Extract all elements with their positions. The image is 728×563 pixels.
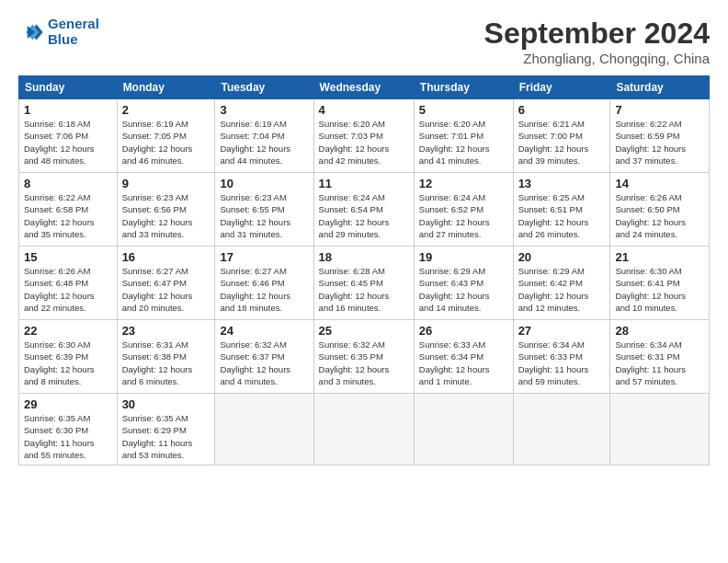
header-saturday: Saturday <box>610 76 710 99</box>
calendar-week-5: 29Sunrise: 6:35 AM Sunset: 6:30 PM Dayli… <box>19 394 710 465</box>
logo-line1: General <box>48 16 99 31</box>
calendar-cell: 6Sunrise: 6:21 AM Sunset: 7:00 PM Daylig… <box>513 99 610 173</box>
day-number: 25 <box>319 324 409 338</box>
calendar-cell: 1Sunrise: 6:18 AM Sunset: 7:06 PM Daylig… <box>19 99 118 173</box>
day-number: 29 <box>24 397 112 411</box>
header-wednesday: Wednesday <box>313 76 414 99</box>
calendar-cell <box>215 394 313 465</box>
day-number: 8 <box>24 177 112 190</box>
day-info: Sunrise: 6:23 AM Sunset: 6:55 PM Dayligh… <box>220 191 308 240</box>
day-info: Sunrise: 6:32 AM Sunset: 6:37 PM Dayligh… <box>220 339 308 387</box>
day-number: 1 <box>24 103 112 117</box>
day-number: 12 <box>419 177 508 190</box>
day-number: 2 <box>122 103 210 117</box>
day-info: Sunrise: 6:35 AM Sunset: 6:30 PM Dayligh… <box>24 412 112 461</box>
calendar-cell: 7Sunrise: 6:22 AM Sunset: 6:59 PM Daylig… <box>610 99 710 173</box>
calendar-cell: 27Sunrise: 6:34 AM Sunset: 6:33 PM Dayli… <box>513 320 610 394</box>
calendar-cell <box>610 394 710 465</box>
calendar-cell: 16Sunrise: 6:27 AM Sunset: 6:47 PM Dayli… <box>117 247 215 320</box>
calendar: Sunday Monday Tuesday Wednesday Thursday… <box>18 75 710 465</box>
day-info: Sunrise: 6:24 AM Sunset: 6:52 PM Dayligh… <box>419 191 508 240</box>
calendar-header-row: Sunday Monday Tuesday Wednesday Thursday… <box>19 76 710 99</box>
calendar-cell: 28Sunrise: 6:34 AM Sunset: 6:31 PM Dayli… <box>610 320 710 394</box>
header-thursday: Thursday <box>414 76 513 99</box>
day-info: Sunrise: 6:29 AM Sunset: 6:43 PM Dayligh… <box>419 265 508 314</box>
header-friday: Friday <box>513 76 610 99</box>
day-info: Sunrise: 6:27 AM Sunset: 6:46 PM Dayligh… <box>220 265 308 314</box>
day-info: Sunrise: 6:26 AM Sunset: 6:48 PM Dayligh… <box>24 265 112 314</box>
calendar-cell: 5Sunrise: 6:20 AM Sunset: 7:01 PM Daylig… <box>414 99 513 173</box>
day-info: Sunrise: 6:30 AM Sunset: 6:39 PM Dayligh… <box>24 339 112 387</box>
calendar-cell: 30Sunrise: 6:35 AM Sunset: 6:29 PM Dayli… <box>117 394 215 465</box>
day-number: 15 <box>24 250 112 264</box>
day-info: Sunrise: 6:31 AM Sunset: 6:38 PM Dayligh… <box>122 339 210 387</box>
day-number: 19 <box>419 250 508 264</box>
calendar-cell: 20Sunrise: 6:29 AM Sunset: 6:42 PM Dayli… <box>513 247 610 320</box>
calendar-cell <box>414 394 513 465</box>
day-number: 17 <box>220 250 308 264</box>
day-info: Sunrise: 6:33 AM Sunset: 6:34 PM Dayligh… <box>419 339 508 387</box>
calendar-cell: 24Sunrise: 6:32 AM Sunset: 6:37 PM Dayli… <box>215 320 313 394</box>
calendar-cell: 21Sunrise: 6:30 AM Sunset: 6:41 PM Dayli… <box>610 247 710 320</box>
calendar-week-1: 1Sunrise: 6:18 AM Sunset: 7:06 PM Daylig… <box>19 99 710 173</box>
calendar-cell: 8Sunrise: 6:22 AM Sunset: 6:58 PM Daylig… <box>19 173 118 247</box>
day-number: 11 <box>319 177 409 190</box>
day-info: Sunrise: 6:23 AM Sunset: 6:56 PM Dayligh… <box>122 191 210 240</box>
calendar-cell: 13Sunrise: 6:25 AM Sunset: 6:51 PM Dayli… <box>513 173 610 247</box>
logo-text: General Blue <box>48 17 99 47</box>
logo-icon <box>18 19 44 45</box>
calendar-cell: 12Sunrise: 6:24 AM Sunset: 6:52 PM Dayli… <box>414 173 513 247</box>
calendar-cell: 9Sunrise: 6:23 AM Sunset: 6:56 PM Daylig… <box>117 173 215 247</box>
day-info: Sunrise: 6:22 AM Sunset: 6:58 PM Dayligh… <box>24 191 112 240</box>
day-number: 23 <box>122 324 210 338</box>
day-info: Sunrise: 6:34 AM Sunset: 6:31 PM Dayligh… <box>615 339 704 387</box>
day-number: 24 <box>220 324 308 338</box>
page: General Blue September 2024 Zhongliang, … <box>0 0 728 563</box>
calendar-cell: 19Sunrise: 6:29 AM Sunset: 6:43 PM Dayli… <box>414 247 513 320</box>
calendar-cell: 23Sunrise: 6:31 AM Sunset: 6:38 PM Dayli… <box>117 320 215 394</box>
calendar-cell <box>313 394 414 465</box>
day-info: Sunrise: 6:19 AM Sunset: 7:04 PM Dayligh… <box>220 118 308 167</box>
day-info: Sunrise: 6:25 AM Sunset: 6:51 PM Dayligh… <box>518 191 606 240</box>
day-number: 27 <box>518 324 606 338</box>
day-number: 16 <box>122 250 210 264</box>
calendar-week-4: 22Sunrise: 6:30 AM Sunset: 6:39 PM Dayli… <box>19 320 710 394</box>
calendar-week-2: 8Sunrise: 6:22 AM Sunset: 6:58 PM Daylig… <box>19 173 710 247</box>
day-number: 3 <box>220 103 308 117</box>
sub-title: Zhongliang, Chongqing, China <box>484 51 710 66</box>
day-info: Sunrise: 6:18 AM Sunset: 7:06 PM Dayligh… <box>24 118 112 167</box>
day-number: 30 <box>122 397 210 411</box>
day-number: 5 <box>419 103 508 117</box>
day-number: 7 <box>615 103 704 117</box>
day-info: Sunrise: 6:22 AM Sunset: 6:59 PM Dayligh… <box>615 118 704 167</box>
day-info: Sunrise: 6:26 AM Sunset: 6:50 PM Dayligh… <box>615 191 704 240</box>
logo: General Blue <box>18 17 99 47</box>
day-number: 10 <box>220 177 308 190</box>
calendar-cell: 10Sunrise: 6:23 AM Sunset: 6:55 PM Dayli… <box>215 173 313 247</box>
header-tuesday: Tuesday <box>215 76 313 99</box>
calendar-cell: 14Sunrise: 6:26 AM Sunset: 6:50 PM Dayli… <box>610 173 710 247</box>
calendar-cell: 22Sunrise: 6:30 AM Sunset: 6:39 PM Dayli… <box>19 320 118 394</box>
day-number: 18 <box>319 250 409 264</box>
calendar-week-3: 15Sunrise: 6:26 AM Sunset: 6:48 PM Dayli… <box>19 247 710 320</box>
day-info: Sunrise: 6:35 AM Sunset: 6:29 PM Dayligh… <box>122 412 210 461</box>
day-info: Sunrise: 6:28 AM Sunset: 6:45 PM Dayligh… <box>319 265 409 314</box>
day-number: 4 <box>319 103 409 117</box>
day-info: Sunrise: 6:34 AM Sunset: 6:33 PM Dayligh… <box>518 339 606 387</box>
calendar-cell: 15Sunrise: 6:26 AM Sunset: 6:48 PM Dayli… <box>19 247 118 320</box>
calendar-cell: 18Sunrise: 6:28 AM Sunset: 6:45 PM Dayli… <box>313 247 414 320</box>
header-monday: Monday <box>117 76 215 99</box>
calendar-cell: 26Sunrise: 6:33 AM Sunset: 6:34 PM Dayli… <box>414 320 513 394</box>
day-number: 22 <box>24 324 112 338</box>
day-info: Sunrise: 6:32 AM Sunset: 6:35 PM Dayligh… <box>319 339 409 387</box>
logo-line2: Blue <box>48 31 78 47</box>
day-number: 13 <box>518 177 606 190</box>
day-info: Sunrise: 6:30 AM Sunset: 6:41 PM Dayligh… <box>615 265 704 314</box>
title-block: September 2024 Zhongliang, Chongqing, Ch… <box>484 17 710 66</box>
day-info: Sunrise: 6:20 AM Sunset: 7:01 PM Dayligh… <box>419 118 508 167</box>
day-number: 28 <box>615 324 704 338</box>
calendar-cell: 29Sunrise: 6:35 AM Sunset: 6:30 PM Dayli… <box>19 394 118 465</box>
day-info: Sunrise: 6:21 AM Sunset: 7:00 PM Dayligh… <box>518 118 606 167</box>
header-sunday: Sunday <box>19 76 118 99</box>
day-info: Sunrise: 6:29 AM Sunset: 6:42 PM Dayligh… <box>518 265 606 314</box>
